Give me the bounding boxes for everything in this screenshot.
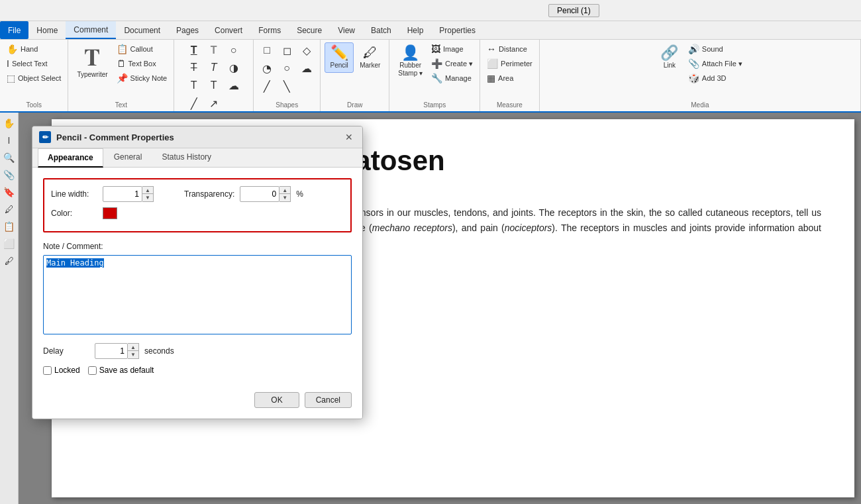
menu-pages[interactable]: Pages [168,21,207,39]
shape-sq-btn[interactable]: ◻ [278,42,296,59]
menu-batch[interactable]: Batch [363,21,399,39]
markup-arr-btn[interactable]: ↗ [205,95,223,112]
menu-secure[interactable]: Secure [289,21,330,39]
shape-circ-icon: ○ [283,62,290,74]
tab-status-history[interactable]: Status History [152,148,221,168]
shape-circ-btn[interactable]: ○ [278,60,296,77]
markup-t5-btn[interactable]: T [185,77,203,94]
marker-btn[interactable]: 🖊 Marker [355,42,385,73]
save-default-checkbox[interactable] [88,366,97,375]
delay-down[interactable]: ▼ [128,351,138,358]
attach-file-btn[interactable]: 📎 Attach File ▾ [685,57,745,70]
sidebar-nav-btn[interactable]: 📎 [1,167,17,183]
line-width-input[interactable] [103,186,142,202]
cancel-button[interactable]: Cancel [305,392,352,408]
menu-forms[interactable]: Forms [250,21,289,39]
image-label: Image [443,45,464,53]
link-btn[interactable]: 🔗 Link [655,42,684,73]
sticky-note-btn[interactable]: 📌 Sticky Note [114,72,170,85]
note-textarea[interactable]: Main Heading [43,255,352,334]
tools-col: ✋ Hand I Select Text ⬚ Object Select [4,42,64,85]
create-btn[interactable]: ➕ Create ▾ [429,57,476,70]
line-width-down[interactable]: ▼ [142,194,153,201]
delay-spinner: ▲ ▼ [128,343,139,359]
tab-appearance[interactable]: Appearance [38,148,103,168]
transparency-up[interactable]: ▲ [279,187,290,194]
menu-convert[interactable]: Convert [207,21,250,39]
markup-t3-btn[interactable]: T [185,60,203,76]
sidebar-bookmark-btn[interactable]: 🔖 [1,184,17,200]
attach-file-label: Attach File ▾ [702,60,742,68]
image-btn[interactable]: 🖼 Image [429,42,476,56]
distance-label: Distance [499,45,527,53]
shape-sq-icon: ◻ [283,44,291,57]
menu-document[interactable]: Document [116,21,168,39]
sidebar-zoom-btn[interactable]: 🔍 [1,150,17,166]
color-swatch[interactable] [103,207,117,219]
text-box-btn[interactable]: 🗒 Text Box [114,57,170,70]
save-default-label: Save as default [99,366,154,375]
delay-up[interactable]: ▲ [128,344,138,351]
markup-t4-btn[interactable]: T [205,60,223,76]
sound-btn[interactable]: 🔊 Sound [685,42,745,56]
dialog-close-btn[interactable]: ✕ [342,130,356,144]
object-select-btn[interactable]: ⬚ Object Select [4,72,64,85]
locked-checkbox-label[interactable]: Locked [43,366,80,375]
transparency-down[interactable]: ▼ [279,194,290,201]
markup-cloud-btn[interactable]: ☁ [225,77,243,94]
markups-content: T T ○ T T ◑ T T ☁ ╱ ↗ [185,42,243,112]
transparency-spinner: ▲ ▼ [279,186,291,202]
markup-t1-btn[interactable]: T [185,42,203,58]
distance-btn[interactable]: ↔ Distance [484,42,535,56]
shape-cloud2-icon: ☁ [301,62,312,75]
select-text-btn[interactable]: I Select Text [4,57,64,70]
transparency-input[interactable] [240,186,279,202]
ok-button[interactable]: OK [254,392,299,408]
manage-btn[interactable]: 🔧 Manage [429,72,476,85]
ribbon-group-shapes: □ ◻ ◇ ◔ ○ ☁ ╱ ╲ Shapes [254,40,321,111]
menu-properties[interactable]: Properties [431,21,483,39]
delay-row: Delay ▲ ▼ seconds [43,343,352,359]
menu-home[interactable]: Home [28,21,66,39]
sidebar-rect-btn[interactable]: ⬜ [1,236,17,252]
save-default-checkbox-label[interactable]: Save as default [88,366,154,375]
pencil-btn[interactable]: ✏️ Pencil [325,42,354,73]
ribbon-group-tools: ✋ Hand I Select Text ⬚ Object Select Too… [0,40,68,111]
markup-t2-btn[interactable]: T [205,42,223,58]
shape-diag1-btn[interactable]: ╱ [258,78,276,95]
menu-file[interactable]: File [0,21,28,39]
shape-diamond-btn[interactable]: ◇ [297,42,316,59]
hand-btn[interactable]: ✋ Hand [4,42,64,56]
sidebar-sign-btn[interactable]: 🖋 [1,253,17,269]
shapes-content: □ ◻ ◇ ◔ ○ ☁ ╱ ╲ [258,42,316,101]
shape-cloud2-btn[interactable]: ☁ [297,60,316,77]
hand-label: Hand [21,45,38,53]
ribbon-group-markups: T T ○ T T ◑ T T ☁ ╱ ↗ Markups [174,40,254,111]
sidebar-select-btn[interactable]: I [1,132,17,148]
area-btn[interactable]: ▦ Area [484,72,535,85]
sidebar-note-btn[interactable]: 📋 [1,219,17,234]
markup-t6-btn[interactable]: T [205,77,223,94]
delay-input[interactable] [95,343,128,359]
line-width-up[interactable]: ▲ [142,187,153,194]
ribbon-group-draw: ✏️ Pencil 🖊 Marker Draw [321,40,389,111]
sidebar-hand-btn[interactable]: ✋ [1,115,17,131]
markup-c-btn[interactable]: ◑ [225,60,243,76]
shape-arc-btn[interactable]: ◔ [258,60,276,77]
menu-help[interactable]: Help [399,21,432,39]
locked-checkbox[interactable] [43,366,52,375]
shape-diag2-btn[interactable]: ╲ [278,78,296,95]
shape-rect-btn[interactable]: □ [258,42,276,59]
rubber-stamp-btn[interactable]: 👤 RubberStamp ▾ [393,42,427,81]
menu-comment[interactable]: Comment [66,21,116,39]
typewriter-btn[interactable]: 𝐓 Typewriter [72,42,112,82]
rubber-stamp-icon: 👤 [401,46,419,60]
perimeter-btn[interactable]: ⬜ Perimeter [484,57,535,70]
menu-view[interactable]: View [330,21,363,39]
callout-btn[interactable]: 📋 Callout [114,42,170,56]
markup-line-btn[interactable]: ╱ [185,95,203,112]
add-3d-btn[interactable]: 🎲 Add 3D [685,72,745,85]
tab-general[interactable]: General [105,148,152,168]
markup-o-btn[interactable]: ○ [225,42,243,58]
sidebar-pen-btn[interactable]: 🖊 [1,201,17,217]
